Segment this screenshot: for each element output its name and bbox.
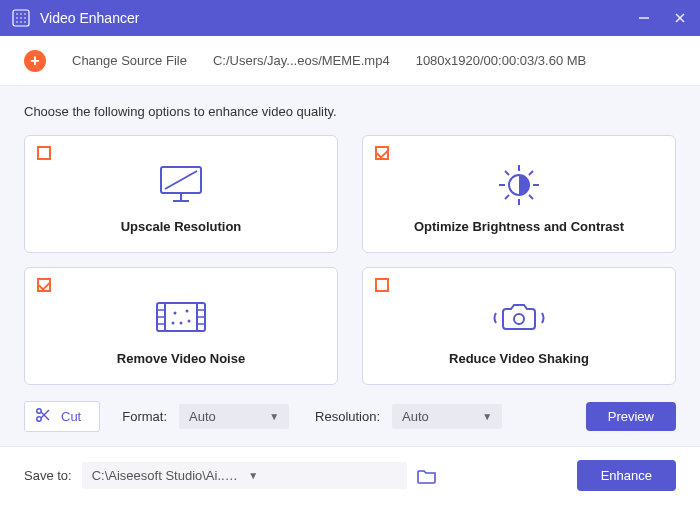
svg-point-9: [24, 21, 26, 23]
titlebar: Video Enhancer: [0, 0, 700, 36]
save-path-select[interactable]: C:\Aiseesoft Studio\Ai...ltimate\Video E…: [82, 462, 407, 489]
resolution-label: Resolution:: [315, 409, 380, 424]
scissors-icon: [35, 407, 51, 426]
chevron-down-icon: ▼: [482, 411, 492, 422]
card-label: Remove Video Noise: [117, 351, 245, 366]
svg-line-23: [529, 195, 533, 199]
card-label: Optimize Brightness and Contrast: [414, 219, 624, 234]
format-value: Auto: [189, 409, 216, 424]
resolution-value: Auto: [402, 409, 429, 424]
resolution-select[interactable]: Auto ▼: [392, 404, 502, 429]
svg-point-1: [16, 13, 18, 15]
checkbox-icon[interactable]: [375, 146, 389, 160]
chevron-down-icon: ▼: [248, 470, 397, 481]
card-reduce-shaking[interactable]: Reduce Video Shaking: [362, 267, 676, 385]
checkbox-icon[interactable]: [375, 278, 389, 292]
folder-icon[interactable]: [417, 468, 437, 484]
svg-point-8: [20, 21, 22, 23]
footer: Save to: C:\Aiseesoft Studio\Ai...ltimat…: [0, 446, 700, 504]
cut-button[interactable]: Cut: [24, 401, 100, 432]
prompt-text: Choose the following options to enhance …: [24, 104, 676, 119]
controls-row: Cut Format: Auto ▼ Resolution: Auto ▼ Pr…: [24, 401, 676, 432]
brightness-icon: [490, 161, 548, 209]
monitor-icon: [152, 161, 210, 209]
svg-point-40: [514, 314, 524, 324]
svg-point-2: [20, 13, 22, 15]
close-button[interactable]: [672, 10, 688, 26]
checkbox-icon[interactable]: [37, 278, 51, 292]
svg-line-22: [505, 171, 509, 175]
svg-point-38: [188, 319, 191, 322]
source-info: 1080x1920/00:00:03/3.60 MB: [416, 53, 587, 68]
app-icon: [12, 9, 30, 27]
card-remove-noise[interactable]: Remove Video Noise: [24, 267, 338, 385]
camera-shake-icon: [490, 293, 548, 341]
card-upscale-resolution[interactable]: Upscale Resolution: [24, 135, 338, 253]
svg-point-37: [180, 321, 183, 324]
option-cards: Upscale Resolution Optimize Brightness a…: [24, 135, 676, 385]
svg-point-3: [24, 13, 26, 15]
minimize-button[interactable]: [636, 10, 652, 26]
card-optimize-brightness[interactable]: Optimize Brightness and Contrast: [362, 135, 676, 253]
svg-line-24: [505, 195, 509, 199]
add-icon[interactable]: +: [24, 50, 46, 72]
save-to-label: Save to:: [24, 468, 72, 483]
format-select[interactable]: Auto ▼: [179, 404, 289, 429]
svg-point-36: [186, 309, 189, 312]
svg-point-4: [16, 17, 18, 19]
chevron-down-icon: ▼: [269, 411, 279, 422]
card-label: Reduce Video Shaking: [449, 351, 589, 366]
film-icon: [152, 293, 210, 341]
format-label: Format:: [122, 409, 167, 424]
svg-point-6: [24, 17, 26, 19]
save-path-value: C:\Aiseesoft Studio\Ai...ltimate\Video E…: [92, 468, 241, 483]
svg-point-5: [20, 17, 22, 19]
preview-button[interactable]: Preview: [586, 402, 676, 431]
enhance-button[interactable]: Enhance: [577, 460, 676, 491]
svg-point-39: [172, 321, 175, 324]
cut-label: Cut: [61, 409, 81, 424]
source-row: + Change Source File C:/Users/Jay...eos/…: [0, 36, 700, 86]
content-panel: Choose the following options to enhance …: [0, 86, 700, 446]
card-label: Upscale Resolution: [121, 219, 242, 234]
checkbox-icon[interactable]: [37, 146, 51, 160]
svg-point-35: [174, 311, 177, 314]
window-title: Video Enhancer: [40, 10, 636, 26]
svg-line-25: [529, 171, 533, 175]
source-path: C:/Users/Jay...eos/MEME.mp4: [213, 53, 390, 68]
svg-line-14: [165, 171, 197, 189]
svg-point-7: [16, 21, 18, 23]
change-source-button[interactable]: Change Source File: [72, 53, 187, 68]
